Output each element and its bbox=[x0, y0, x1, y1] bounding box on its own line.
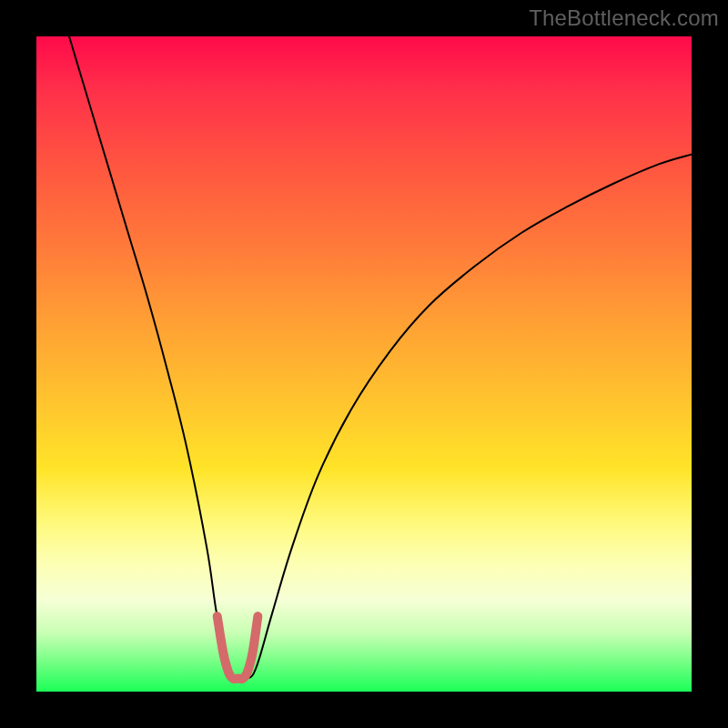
bottleneck-curve bbox=[69, 36, 692, 679]
plot-area bbox=[36, 36, 692, 692]
bottom-highlight bbox=[217, 616, 258, 679]
curve-svg bbox=[36, 36, 692, 692]
watermark-text: TheBottleneck.com bbox=[529, 5, 719, 31]
chart-frame: TheBottleneck.com bbox=[0, 0, 728, 728]
